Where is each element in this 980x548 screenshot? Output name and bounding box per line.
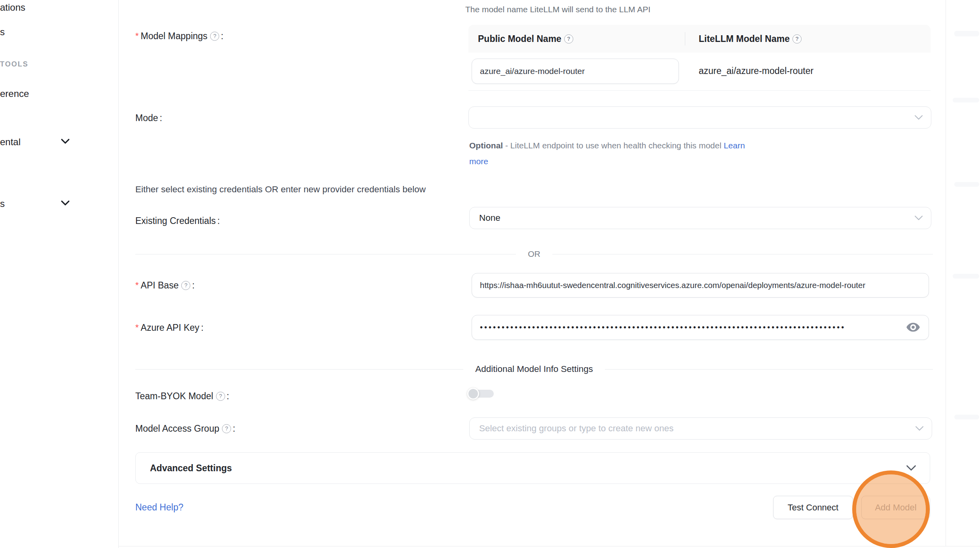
- backdrop-ghost: [953, 98, 979, 102]
- sidebar-item-label: s: [0, 27, 5, 38]
- litellm-model-name-value: azure_ai/azure-model-router: [699, 66, 813, 76]
- mode-label: Mode :: [135, 112, 162, 124]
- credentials-note: Either select existing credentials OR en…: [135, 184, 426, 195]
- existing-credentials-value: None: [479, 213, 500, 223]
- or-divider: OR: [135, 249, 933, 259]
- toggle-knob: [467, 388, 479, 400]
- required-marker: *: [135, 32, 139, 40]
- toggle-password-visibility-eye-icon[interactable]: [906, 321, 920, 334]
- backdrop-ghost: [954, 31, 979, 36]
- add-model-form-screen: ations s TOOLS erence ental s The model …: [0, 0, 980, 548]
- divider-line: [135, 254, 516, 254]
- existing-credentials-select[interactable]: None: [469, 207, 931, 229]
- divider-line: [135, 369, 463, 370]
- additional-info-divider: Additional Model Info Settings: [135, 364, 933, 374]
- divider-line: [552, 254, 933, 254]
- learn-more-link[interactable]: more: [469, 157, 488, 166]
- help-icon[interactable]: ?: [181, 281, 190, 290]
- sidebar-item-settings[interactable]: s: [0, 198, 5, 210]
- team-byok-toggle[interactable]: [470, 390, 494, 398]
- model-mappings-table-header: Public Model Name ? LiteLLM Model Name ?: [468, 25, 931, 53]
- chevron-down-icon: [61, 138, 70, 144]
- need-help-link[interactable]: Need Help?: [135, 502, 183, 513]
- sidebar-item-label: ental: [0, 137, 21, 148]
- column-header-litellm-model-name: LiteLLM Model Name ?: [685, 34, 931, 44]
- advanced-settings-title: Advanced Settings: [150, 463, 232, 474]
- public-model-name-input[interactable]: [472, 59, 679, 84]
- existing-credentials-label: Existing Credentials :: [135, 215, 220, 227]
- learn-more-link[interactable]: Learn: [724, 141, 745, 150]
- sidebar-item-api-reference[interactable]: erence: [0, 88, 29, 100]
- modal-right-border: [946, 0, 946, 546]
- sidebar-item-organizations[interactable]: ations: [0, 2, 25, 13]
- sidebar-section-tools: TOOLS: [0, 59, 28, 69]
- model-access-group-label: Model Access Group ? :: [135, 423, 235, 434]
- help-icon[interactable]: ?: [210, 32, 219, 41]
- help-icon[interactable]: ?: [564, 34, 573, 44]
- model-mappings-label: * Model Mappings ? :: [135, 30, 224, 42]
- backdrop-ghost: [954, 182, 979, 187]
- test-connect-button[interactable]: Test Connect: [773, 496, 853, 519]
- api-base-label: * API Base ? :: [135, 279, 195, 291]
- sidebar-item-label: erence: [0, 88, 29, 99]
- sidebar-item-label: s: [0, 198, 5, 209]
- click-highlight-circle: [852, 470, 930, 548]
- chevron-down-icon: [915, 426, 924, 431]
- mode-help-line2: more: [469, 154, 488, 169]
- model-mappings-table: Public Model Name ? LiteLLM Model Name ?…: [468, 25, 931, 91]
- chevron-down-icon: [914, 115, 923, 120]
- backdrop-ghost: [953, 274, 979, 279]
- team-byok-label: Team-BYOK Model ? :: [135, 390, 229, 402]
- advanced-settings-panel[interactable]: Advanced Settings: [135, 452, 930, 484]
- required-marker: *: [135, 323, 139, 332]
- model-name-hint: The model name LiteLLM will send to the …: [465, 5, 650, 14]
- mode-help-line1: Optional - LiteLLM endpoint to use when …: [469, 138, 745, 154]
- chevron-down-icon: [914, 215, 923, 221]
- api-base-input[interactable]: [472, 273, 929, 298]
- column-header-public-model-name: Public Model Name ?: [468, 34, 685, 44]
- required-marker: *: [135, 281, 139, 290]
- azure-api-key-input[interactable]: [472, 315, 929, 340]
- help-icon[interactable]: ?: [216, 392, 225, 401]
- mode-select[interactable]: [468, 106, 931, 129]
- backdrop-ghost: [954, 415, 979, 419]
- chevron-down-icon: [906, 465, 916, 471]
- divider-line: [605, 369, 933, 370]
- chevron-down-icon: [61, 200, 70, 206]
- sidebar-item-users[interactable]: s: [0, 26, 5, 38]
- sidebar-section-label: TOOLS: [0, 60, 28, 68]
- modal-bottom-border: [119, 546, 980, 546]
- help-icon[interactable]: ?: [222, 424, 231, 433]
- sidebar-item-experimental[interactable]: ental: [0, 136, 21, 148]
- model-access-group-placeholder: Select existing groups or type to create…: [479, 423, 674, 434]
- help-icon[interactable]: ?: [792, 34, 802, 44]
- sidebar-item-label: ations: [0, 2, 25, 13]
- model-mappings-table-row: azure_ai/azure-model-router: [468, 53, 931, 91]
- sidebar: ations s TOOLS erence ental s: [0, 0, 119, 548]
- azure-api-key-label: * Azure API Key :: [135, 322, 203, 334]
- model-access-group-select[interactable]: Select existing groups or type to create…: [469, 417, 932, 440]
- column-divider: [685, 32, 685, 46]
